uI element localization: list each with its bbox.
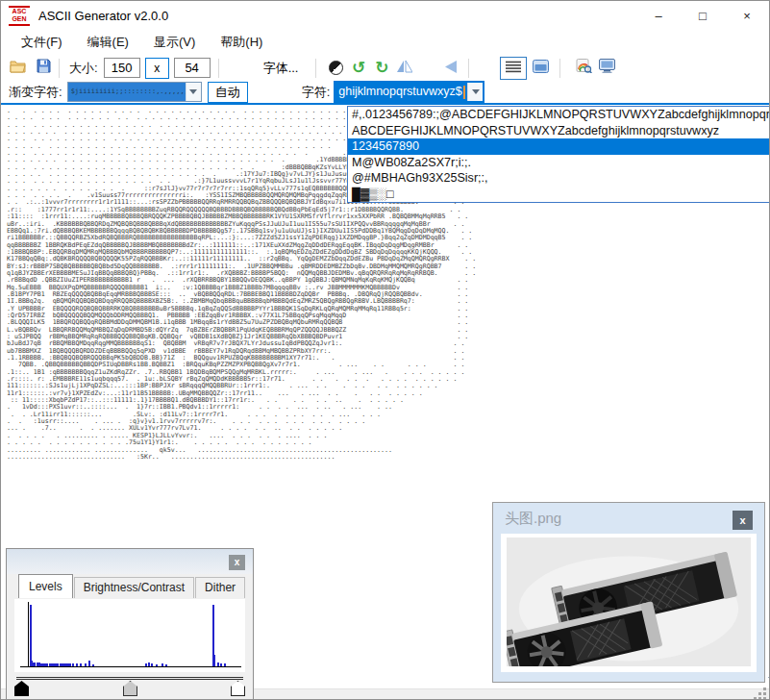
histogram-spike: [92, 664, 94, 666]
size-label: 大小:: [69, 60, 98, 77]
char-dropdown-item[interactable]: M@WB08Za2SX7r;i:;.: [348, 155, 769, 171]
menu-item[interactable]: 编辑(E): [75, 30, 141, 55]
close-button[interactable]: ×: [725, 1, 769, 30]
histogram-spike: [148, 662, 150, 666]
toolbar-separator: [218, 59, 219, 78]
gradient-chars-label: 渐变字符:: [9, 84, 62, 101]
char-dropdown-item[interactable]: @#MBHAGh93X25Sisr;:,: [348, 170, 769, 187]
window-title: ASCII Generator v2.0.0: [38, 9, 168, 23]
histogram-spike: [224, 663, 226, 666]
rotate-cw-icon: ↻: [375, 60, 388, 76]
white-point-handle[interactable]: [231, 681, 245, 696]
chars-label: 字符:: [302, 84, 331, 101]
font-button[interactable]: 字体...: [256, 58, 307, 79]
histogram-spike: [165, 664, 167, 666]
tab-brightness-contrast[interactable]: Brightness/Contrast: [74, 577, 194, 598]
levels-panel-header[interactable]: [7, 549, 253, 574]
slider-track: [16, 677, 243, 680]
app-icon-text-top: ASC: [12, 8, 27, 15]
main-area: . . . . . . . . . . . . . . . . . . . . …: [1, 105, 769, 700]
toolbar-separator: [315, 59, 316, 78]
flip-horizontal-icon: [397, 60, 412, 77]
gpu-illustration: [507, 538, 751, 666]
toolbar-separator: [59, 59, 60, 78]
maximize-button[interactable]: □: [681, 1, 725, 30]
image-view-button[interactable]: [527, 57, 554, 80]
window-resize-grip[interactable]: [754, 688, 766, 700]
flip-horizontal-button[interactable]: [393, 58, 416, 79]
tab-levels[interactable]: Levels: [18, 574, 73, 598]
character-toolbar: 渐变字符: $jiiiiiiiii;;::::::::,.,,,,,,.....…: [1, 81, 769, 103]
histogram-spike: [217, 662, 219, 666]
levels-close-button[interactable]: x: [229, 555, 245, 570]
midtone-handle[interactable]: [123, 681, 137, 696]
image-frame: [501, 534, 757, 672]
chars-combo-arrow[interactable]: [467, 83, 483, 101]
histogram-spike: [80, 663, 82, 666]
chars-value: ghijklmnopqrstuvwxyz$: [335, 83, 467, 101]
rotate-ccw-icon: ↺: [352, 60, 365, 76]
char-dropdown-item[interactable]: █▓▒░□: [348, 187, 769, 203]
black-point-handle[interactable]: [14, 681, 29, 696]
levels-slider: [14, 675, 245, 698]
image-panel-title: 头图.png: [505, 510, 561, 528]
invert-button[interactable]: [324, 58, 347, 79]
save-button[interactable]: [32, 58, 55, 79]
chars-combobox[interactable]: ghijklmnopqrstuvwxyz$: [334, 81, 484, 103]
color-preview-button[interactable]: [572, 58, 595, 79]
histogram-spike: [161, 663, 163, 666]
text-cursor: [463, 86, 465, 99]
image-icon: [533, 60, 549, 77]
histogram-spike: [145, 663, 147, 666]
histogram-spike: [213, 655, 215, 666]
tab-dither[interactable]: Dither: [195, 577, 245, 598]
gradient-combo-arrow[interactable]: [186, 83, 201, 101]
rotate-cw-button[interactable]: ↻: [370, 58, 393, 79]
floppy-disk-icon: [37, 59, 51, 77]
width-input[interactable]: [104, 58, 140, 78]
rotate-ccw-button[interactable]: ↺: [347, 58, 370, 79]
height-input[interactable]: [174, 58, 211, 78]
histogram-spike: [76, 663, 78, 666]
window-controls: – □ ×: [636, 1, 769, 30]
app-icon-text-bottom: GEN: [12, 15, 26, 23]
lock-ratio-button[interactable]: x: [145, 58, 169, 79]
panel-resize-grip[interactable]: [764, 666, 769, 678]
menu-item[interactable]: 显示(V): [141, 30, 208, 55]
folder-open-icon: [10, 60, 27, 77]
char-dropdown-item[interactable]: 1234567890: [348, 138, 769, 155]
histogram-spike: [30, 605, 32, 666]
histogram-x-axis: [20, 666, 241, 667]
toolbar-separator: [559, 59, 560, 78]
histogram-spike: [220, 663, 222, 666]
flip-vertical-button[interactable]: [439, 58, 462, 79]
gradient-chars-value: $jiiiiiiiii;;::::::::,.,,,,,,...........: [68, 83, 186, 101]
gpu-photo: [507, 538, 751, 666]
histogram: [14, 599, 245, 672]
minimize-button[interactable]: –: [636, 1, 681, 30]
gradient-chars-combobox[interactable]: $jiiiiiiiii;;::::::::,.,,,,,,...........: [67, 82, 202, 102]
menu-item[interactable]: 帮助(H): [208, 30, 275, 55]
title-bar: ASC GEN ASCII Generator v2.0.0 – □ ×: [1, 1, 769, 30]
menu-bar: 文件(F)编辑(E)显示(V)帮助(H): [1, 30, 769, 55]
chevron-down-icon: [472, 89, 480, 94]
chevron-down-icon: [189, 89, 197, 94]
histogram-spike: [72, 663, 74, 666]
auto-button[interactable]: 自动: [208, 82, 248, 103]
menu-item[interactable]: 文件(F): [9, 30, 75, 55]
char-dropdown-item[interactable]: ABCDEFGHIJKLMNOPQRSTUVWXYZabcdefghijklmn…: [348, 123, 769, 139]
histogram-spike: [85, 663, 87, 666]
levels-tabs: LevelsBrightness/ContrastDither: [18, 574, 246, 598]
histogram-spike: [88, 661, 90, 666]
open-file-button[interactable]: [7, 58, 30, 79]
chars-dropdown-popup: #,.0123456789:;@ABCDEFGHIJKLMNOPQRSTUVWX…: [347, 106, 769, 203]
levels-panel: x LevelsBrightness/ContrastDither: [6, 548, 254, 700]
image-panel-close-button[interactable]: x: [733, 511, 753, 530]
app-icon: ASC GEN: [9, 6, 30, 26]
preview-monitor-button[interactable]: [595, 58, 618, 79]
source-image-panel: 头图.png x: [492, 502, 765, 683]
text-view-button[interactable]: [500, 57, 527, 80]
char-dropdown-item[interactable]: #,.0123456789:;@ABCDEFGHIJKLMNOPQRSTUVWX…: [348, 107, 769, 123]
histogram-spike: [151, 663, 153, 666]
toolbar: 大小: x 字体... ↺ ↻: [1, 55, 769, 81]
